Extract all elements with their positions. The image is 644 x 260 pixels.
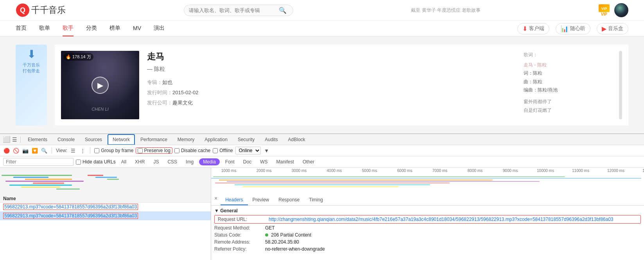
status-dot — [265, 233, 268, 237]
tl-13000: 13000 ms — [633, 169, 644, 175]
svg-text:VIP: VIP — [601, 7, 607, 11]
nav-home[interactable]: 首页 — [16, 21, 27, 36]
lyrics-link[interactable]: 走马 - 陈粒 — [524, 61, 610, 70]
clear-icon[interactable]: 🚫 — [13, 147, 20, 154]
header-right: VIP VIP — [599, 3, 628, 17]
details-tab-response[interactable]: Response — [274, 195, 304, 205]
vip-badge[interactable]: VIP VIP — [599, 4, 610, 16]
tl-1000: 1000 ms — [211, 169, 246, 175]
main-nav: 首页 歌单 歌手 分类 榜单 MV 演出 ⬇ 客户端 📊 随心听 ▶ 音乐盒 — [0, 20, 644, 36]
filter-xhr[interactable]: XHR — [132, 158, 148, 165]
tab-performance[interactable]: Performance — [136, 134, 172, 145]
request-url-value[interactable]: http://zhangmenshiting.qianqian.com/data… — [269, 217, 614, 222]
hide-data-urls-checkbox[interactable]: Hide data URLs — [76, 159, 116, 165]
tl-9000: 9000 ms — [493, 169, 528, 175]
tab-security[interactable]: Security — [233, 134, 259, 145]
devtools-tab-bar: ⬜ ☰ Elements Console Sources Network Per… — [0, 134, 644, 145]
logo-icon: Q — [16, 3, 30, 17]
preserve-log-checkbox[interactable]: Preserve log — [136, 148, 172, 153]
download-icon: ⬇ — [522, 25, 527, 32]
offline-checkbox[interactable]: Offline — [213, 148, 233, 153]
tl-7000: 7000 ms — [422, 169, 457, 175]
avatar[interactable] — [614, 3, 628, 17]
group-by-frame-checkbox[interactable]: Group by frame — [94, 148, 133, 153]
close-button[interactable]: × — [214, 195, 217, 205]
filter-js[interactable]: JS — [150, 158, 162, 165]
tab-memory[interactable]: Memory — [173, 134, 199, 145]
disable-cache-checkbox[interactable]: Disable cache — [174, 148, 210, 153]
release-value: 2015-02-02 — [172, 90, 199, 95]
group-by-frame-label: Group by frame — [101, 148, 133, 153]
search-devtools-icon[interactable]: 🔍 — [41, 147, 48, 154]
file-name-1: 596822913.mp3?xcode=584137818557d96396a2… — [3, 204, 138, 210]
nav-show[interactable]: 演出 — [154, 21, 165, 36]
inspector-icon[interactable]: ⬜ — [3, 136, 10, 143]
filter-other[interactable]: Other — [300, 158, 318, 165]
nav-playlist[interactable]: 歌单 — [39, 21, 50, 36]
status-label: Status Code: — [214, 232, 265, 238]
nav-mv[interactable]: MV — [133, 21, 141, 36]
throttle-dropdown-icon[interactable]: ▼ — [263, 147, 270, 154]
filter-doc[interactable]: Doc — [240, 158, 255, 165]
filter-media[interactable]: Media — [199, 158, 220, 165]
nav-category[interactable]: 分类 — [86, 21, 97, 36]
vip-label: VIP — [601, 12, 607, 16]
toolbar-separator-2 — [90, 147, 90, 154]
table-row[interactable]: 596822913.mp3?xcode=584137818557d96396a2… — [0, 203, 211, 212]
request-url-row: Request URL: http://zhangmenshiting.qian… — [214, 215, 641, 224]
search-input[interactable] — [189, 7, 279, 13]
devtools-toolbar: 🔴 🚫 📷 🔽 🔍 View: ☰ ⋮ Group by frame Prese… — [0, 145, 644, 156]
tab-application[interactable]: Application — [200, 134, 232, 145]
nav-chart[interactable]: 榜单 — [109, 21, 120, 36]
nav-artist[interactable]: 歌手 — [63, 21, 74, 36]
camera-icon[interactable]: 📷 — [22, 147, 29, 154]
client-btn[interactable]: ⬇ 客户端 — [517, 23, 549, 34]
table-row[interactable]: 596822913.mp3?xcode=584137818557d96396a2… — [0, 212, 211, 221]
record-icon[interactable]: 🔴 — [3, 147, 10, 154]
tab-adblock[interactable]: AdBlock — [283, 134, 310, 145]
tab-elements[interactable]: Elements — [23, 134, 52, 145]
filter-css[interactable]: CSS — [164, 158, 180, 165]
song-card: CHEN LI 🔥 178.14 万 ▶ 走马 — 陈粒 专辑：如也 发行时间：… — [55, 45, 628, 126]
filter-img[interactable]: Img — [183, 158, 197, 165]
play-button[interactable]: ▶ — [91, 77, 109, 94]
status-value: 206 Partial Content — [265, 232, 311, 238]
shuffle-btn[interactable]: 📊 随心听 — [556, 23, 590, 34]
details-tab-headers[interactable]: Headers — [221, 195, 248, 205]
promo-card[interactable]: ⬇ 千万音乐 打包带走 — [16, 45, 47, 126]
lyrics-panel: 歌词： 走马 - 陈粒 词：陈粒 曲：陈粒 编曲：陈粒/燕池 窗外雨都停了 自是… — [524, 51, 610, 119]
tab-sources[interactable]: Sources — [80, 134, 107, 145]
remote-label: Remote Address: — [214, 239, 265, 245]
grid-view-icon[interactable]: ⋮ — [79, 147, 86, 154]
method-row: Request Method: GET — [211, 224, 644, 231]
filter-input[interactable] — [3, 158, 74, 166]
scrollbar[interactable] — [619, 51, 622, 119]
name-header-text: Name — [3, 196, 16, 201]
release-label: 发行时间： — [147, 90, 172, 95]
tab-network[interactable]: Network — [108, 134, 135, 145]
network-throttle-select[interactable]: Online — [235, 147, 261, 154]
console-icon[interactable]: ☰ — [11, 136, 18, 143]
method-value: GET — [265, 225, 275, 231]
disable-cache-label: Disable cache — [181, 148, 210, 153]
list-view-icon[interactable]: ☰ — [70, 147, 77, 154]
tl-11000: 11000 ms — [563, 169, 598, 175]
filter-all[interactable]: All — [118, 158, 129, 165]
filter-ws[interactable]: WS — [257, 158, 271, 165]
tab-audits[interactable]: Audits — [260, 134, 282, 145]
search-icon[interactable]: 🔍 — [279, 7, 287, 14]
logo[interactable]: Q 千千音乐 — [16, 3, 66, 17]
details-tab-preview[interactable]: Preview — [248, 195, 274, 205]
names-timeline-area — [0, 168, 211, 195]
tab-console[interactable]: Console — [53, 134, 79, 145]
filter-font[interactable]: Font — [222, 158, 238, 165]
search-bar[interactable]: 🔍 — [184, 5, 293, 16]
song-artist: — 陈粒 — [147, 66, 516, 73]
devtools: ⬜ ☰ Elements Console Sources Network Per… — [0, 133, 644, 260]
album-value: 如也 — [162, 79, 172, 85]
filter-icon[interactable]: 🔽 — [31, 147, 38, 154]
filter-manifest[interactable]: Manifest — [273, 158, 297, 165]
chart-icon: 📊 — [561, 25, 569, 32]
musicbox-btn[interactable]: ▶ 音乐盒 — [597, 23, 628, 34]
details-tab-timing[interactable]: Timing — [304, 195, 328, 205]
